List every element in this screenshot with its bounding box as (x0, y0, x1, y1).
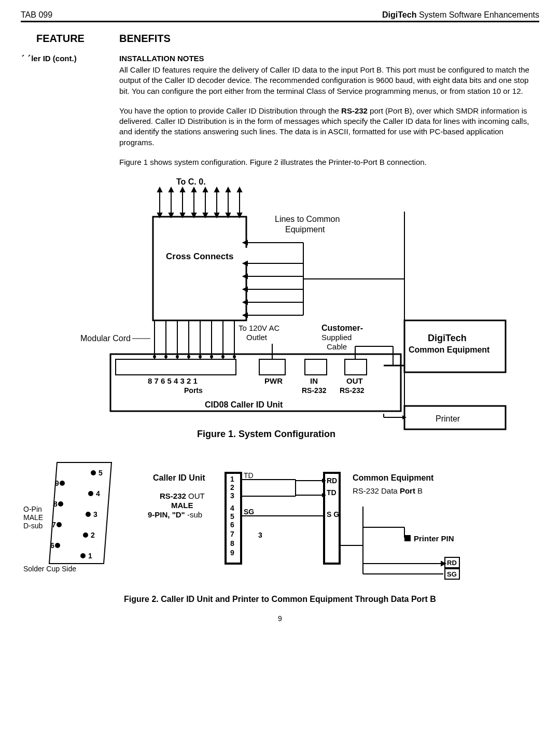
svg-point-59 (164, 355, 167, 358)
svg-marker-14 (203, 188, 207, 192)
svg-point-58 (153, 355, 156, 358)
svg-text:2: 2 (230, 483, 234, 492)
svg-text:5: 5 (99, 469, 103, 477)
svg-point-112 (83, 532, 88, 538)
svg-marker-5 (169, 188, 173, 192)
svg-text:4: 4 (96, 489, 100, 498)
svg-text:RD: RD (447, 559, 457, 567)
content-columns: FEATURE BENEFITS ˊ ˊler ID (cont.) INSTA… (21, 33, 539, 167)
svg-marker-8 (180, 188, 185, 192)
svg-rect-46 (116, 359, 236, 375)
svg-text:Ports: Ports (184, 386, 203, 395)
svg-text:3: 3 (93, 510, 97, 518)
figure-2-caption: Figure 2. Caller ID Unit and Printer to … (21, 595, 539, 604)
svg-text:Solder Cup Side: Solder Cup Side (23, 565, 76, 573)
page-header: TAB 099 DigiTech System Software Enhance… (21, 10, 539, 21)
heading-benefits: BENEFITS (119, 33, 539, 45)
svg-text:5: 5 (230, 512, 234, 521)
heading-feature: FEATURE (36, 33, 109, 45)
header-right: DigiTech System Software Enhancements (382, 10, 539, 20)
svg-point-63 (210, 355, 213, 358)
main-content: INSTALLATION NOTES All Caller ID feature… (119, 45, 539, 167)
svg-point-114 (55, 543, 60, 548)
header-product: DigiTech (382, 10, 416, 19)
svg-point-102 (60, 481, 65, 486)
svg-point-116 (80, 553, 86, 558)
svg-text:Cross Connects: Cross Connects (166, 251, 233, 261)
svg-marker-2 (158, 188, 162, 192)
figure-2: O-Pin MALE D-sub Solder Cup Side 5 9 4 8… (21, 455, 539, 604)
svg-point-65 (233, 355, 236, 358)
header-left: TAB 099 (21, 10, 52, 20)
svg-marker-95 (49, 462, 111, 564)
svg-text:OUT: OUT (346, 376, 363, 385)
svg-text:2: 2 (91, 531, 95, 539)
svg-text:TD: TD (244, 471, 254, 480)
svg-text:6: 6 (230, 521, 234, 529)
svg-text:RD: RD (327, 476, 337, 485)
svg-text:RS-232 OUT: RS-232 OUT (160, 492, 205, 500)
svg-marker-17 (215, 188, 219, 192)
svg-text:Common Equipment: Common Equipment (353, 473, 434, 482)
para-2a: You have the option to provide Caller ID… (119, 106, 341, 115)
svg-text:Figure 1. System Configuration: Figure 1. System Configuration (197, 429, 335, 439)
svg-text:6: 6 (50, 541, 54, 550)
svg-text:9: 9 (230, 549, 234, 557)
svg-text:PWR: PWR (264, 376, 283, 385)
page-number: 9 (21, 614, 539, 623)
svg-marker-29 (243, 241, 247, 245)
svg-text:Supplied: Supplied (321, 333, 352, 342)
document-page: TAB 099 DigiTech System Software Enhance… (0, 0, 560, 633)
svg-text:SG: SG (447, 570, 457, 578)
svg-rect-157 (404, 535, 411, 541)
svg-text:RS-232: RS-232 (302, 386, 327, 395)
svg-marker-20 (226, 188, 230, 192)
svg-rect-47 (259, 359, 285, 375)
para-1: All Caller ID features require the deliv… (119, 65, 539, 96)
header-subtitle: System Software Enhancements (416, 10, 539, 19)
svg-text:Lines to Common: Lines to Common (275, 215, 340, 223)
svg-text:3: 3 (230, 492, 234, 500)
svg-point-60 (176, 355, 179, 358)
svg-marker-11 (192, 188, 196, 192)
svg-text:TD: TD (327, 488, 337, 497)
svg-rect-25 (153, 217, 246, 320)
svg-text:9: 9 (55, 479, 59, 487)
svg-marker-35 (243, 287, 247, 291)
svg-text:1: 1 (88, 552, 92, 560)
svg-point-61 (187, 355, 190, 358)
header-rule (21, 21, 539, 22)
svg-text:9-PIN, "D" -sub: 9-PIN, "D" -sub (148, 510, 202, 519)
svg-text:D-sub: D-sub (23, 522, 43, 530)
svg-text:RS-232  Data  Port  B: RS-232 Data Port B (353, 486, 423, 495)
svg-point-110 (57, 522, 62, 527)
svg-text:MALE: MALE (23, 513, 43, 522)
para-3: Figure 1 shows system configuration. Fig… (119, 157, 539, 167)
svg-text:To 120V AC: To 120V AC (239, 324, 279, 332)
svg-text:Outlet: Outlet (246, 333, 268, 342)
svg-point-108 (86, 512, 91, 517)
svg-text:Equipment: Equipment (285, 225, 325, 234)
svg-text:Customer-: Customer- (321, 324, 363, 332)
svg-text:To C. 0.: To C. 0. (176, 177, 206, 186)
svg-text:8: 8 (53, 500, 58, 508)
svg-text:DigiTech: DigiTech (428, 333, 467, 343)
svg-text:1: 1 (230, 475, 234, 483)
svg-text:RS-232: RS-232 (340, 386, 365, 395)
para-2-bold: RS-232 (341, 106, 368, 115)
svg-text:S G: S G (327, 510, 339, 518)
svg-text:3: 3 (258, 531, 262, 539)
svg-text:IN: IN (310, 376, 318, 385)
svg-marker-39 (243, 313, 247, 317)
svg-text:Printer PIN: Printer PIN (414, 534, 454, 543)
svg-text:CID08 Caller ID Unit: CID08 Caller ID Unit (205, 400, 283, 409)
install-heading: INSTALLATION NOTES (119, 54, 539, 63)
svg-point-64 (221, 355, 225, 358)
svg-point-106 (58, 501, 63, 507)
figure-1: To C. 0. Cross Connects (21, 175, 539, 447)
svg-text:8  7  6  5  4  3  2  1: 8 7 6 5 4 3 2 1 (148, 376, 198, 385)
svg-marker-23 (237, 188, 242, 192)
svg-text:4: 4 (230, 504, 234, 512)
figure-2-svg: O-Pin MALE D-sub Solder Cup Side 5 9 4 8… (21, 455, 539, 589)
svg-marker-37 (243, 300, 247, 304)
